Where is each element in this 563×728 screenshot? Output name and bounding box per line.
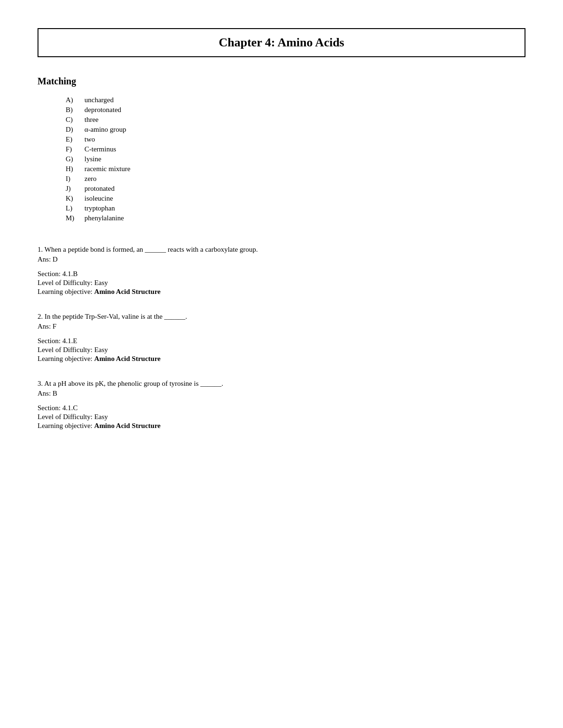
- learning-objective: Learning objective: Amino Acid Structure: [38, 288, 525, 296]
- match-value: racemic mixture: [84, 165, 130, 173]
- match-letter: B): [66, 106, 84, 114]
- learning-objective-value: Amino Acid Structure: [94, 288, 160, 295]
- match-letter: I): [66, 175, 84, 183]
- match-value: isoleucine: [84, 195, 113, 203]
- match-value: α-amino group: [84, 126, 126, 134]
- match-value: uncharged: [84, 96, 114, 104]
- match-letter: H): [66, 165, 84, 173]
- match-value: protonated: [84, 185, 114, 193]
- list-item: M)phenylalanine: [66, 214, 525, 222]
- match-value: tryptophan: [84, 204, 115, 212]
- difficulty-label: Level of Difficulty: Easy: [38, 279, 525, 287]
- answer-text: Ans: D: [38, 255, 525, 263]
- answer-text: Ans: F: [38, 323, 525, 330]
- match-value: zero: [84, 175, 97, 183]
- difficulty-label: Level of Difficulty: Easy: [38, 346, 525, 354]
- list-item: K)isoleucine: [66, 195, 525, 203]
- page-title: Chapter 4: Amino Acids: [48, 36, 515, 50]
- list-item: H)racemic mixture: [66, 165, 525, 173]
- list-item: A)uncharged: [66, 96, 525, 104]
- list-item: G)lysine: [66, 155, 525, 163]
- learning-objective: Learning objective: Amino Acid Structure: [38, 355, 525, 363]
- match-letter: M): [66, 214, 84, 222]
- learning-objective-value: Amino Acid Structure: [94, 355, 160, 362]
- match-letter: C): [66, 116, 84, 124]
- learning-objective-value: Amino Acid Structure: [94, 422, 160, 429]
- match-letter: L): [66, 204, 84, 212]
- question-block: 2. In the peptide Trp-Ser-Val, valine is…: [38, 313, 525, 363]
- question-text: 3. At a pH above its pK, the phenolic gr…: [38, 380, 525, 388]
- list-item: B)deprotonated: [66, 106, 525, 114]
- list-item: L)tryptophan: [66, 204, 525, 212]
- match-value: three: [84, 116, 99, 124]
- match-letter: D): [66, 126, 84, 134]
- match-letter: J): [66, 185, 84, 193]
- list-item: C)three: [66, 116, 525, 124]
- questions-container: 1. When a peptide bond is formed, an ___…: [38, 246, 525, 430]
- match-value: phenylalanine: [84, 214, 124, 222]
- section-label: Section: 4.1.B: [38, 270, 525, 278]
- section-label: Section: 4.1.C: [38, 404, 525, 412]
- learning-objective: Learning objective: Amino Acid Structure: [38, 422, 525, 430]
- matching-section: Matching A)unchargedB)deprotonatedC)thre…: [38, 76, 525, 222]
- match-value: C-terminus: [84, 145, 116, 153]
- match-letter: A): [66, 96, 84, 104]
- difficulty-label: Level of Difficulty: Easy: [38, 413, 525, 421]
- question-block: 1. When a peptide bond is formed, an ___…: [38, 246, 525, 296]
- match-letter: E): [66, 135, 84, 143]
- list-item: D)α-amino group: [66, 126, 525, 134]
- match-letter: F): [66, 145, 84, 153]
- list-item: J)protonated: [66, 185, 525, 193]
- question-text: 2. In the peptide Trp-Ser-Val, valine is…: [38, 313, 525, 321]
- match-value: deprotonated: [84, 106, 121, 114]
- list-item: F)C-terminus: [66, 145, 525, 153]
- matching-heading: Matching: [38, 76, 525, 87]
- question-text: 1. When a peptide bond is formed, an ___…: [38, 246, 525, 254]
- list-item: I)zero: [66, 175, 525, 183]
- answer-text: Ans: B: [38, 390, 525, 398]
- match-value: two: [84, 135, 95, 143]
- section-label: Section: 4.1.E: [38, 337, 525, 345]
- match-letter: K): [66, 195, 84, 203]
- match-letter: G): [66, 155, 84, 163]
- page-title-box: Chapter 4: Amino Acids: [38, 28, 525, 57]
- match-value: lysine: [84, 155, 101, 163]
- matching-list: A)unchargedB)deprotonatedC)threeD)α-amin…: [66, 96, 525, 222]
- list-item: E)two: [66, 135, 525, 143]
- question-block: 3. At a pH above its pK, the phenolic gr…: [38, 380, 525, 430]
